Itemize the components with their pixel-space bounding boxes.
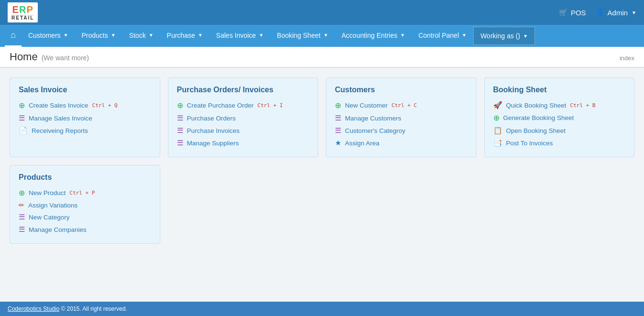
link-new-category[interactable]: ☰ New Category bbox=[19, 213, 151, 221]
admin-dropdown[interactable]: 👤 Admin ▼ bbox=[596, 8, 636, 17]
nav-purchase[interactable]: Purchase ▼ bbox=[160, 25, 210, 47]
logo[interactable]: ERP RETAIL bbox=[8, 2, 38, 22]
link-create-sales-invoice[interactable]: ⊕ Create Sales Invoice Ctrl + Q bbox=[19, 101, 151, 110]
plus-icon: ⊕ bbox=[177, 101, 183, 110]
cards-grid: Sales Invoice ⊕ Create Sales Invoice Ctr… bbox=[10, 77, 634, 244]
list-icon: ☰ bbox=[19, 213, 25, 221]
link-new-product[interactable]: ⊕ New Product Ctrl + P bbox=[19, 188, 151, 197]
plus-icon: ⊕ bbox=[335, 101, 341, 110]
list-icon: ☰ bbox=[335, 126, 341, 135]
pencil-icon: ✏ bbox=[19, 201, 24, 209]
chevron-down-icon: ▼ bbox=[149, 33, 154, 38]
link-manage-suppliers[interactable]: ☰ Manage Suppliers bbox=[177, 139, 310, 147]
breadcrumb: Home (We want more) index bbox=[0, 47, 644, 67]
chevron-down-icon: ▼ bbox=[259, 33, 264, 38]
main-content: Sales Invoice ⊕ Create Sales Invoice Ctr… bbox=[0, 68, 644, 253]
top-right-actions: 🛒 POS 👤 Admin ▼ bbox=[559, 8, 636, 17]
page-title: Home bbox=[10, 51, 38, 63]
home-icon: ⌂ bbox=[11, 30, 16, 40]
logo-erp: ERP bbox=[12, 4, 33, 15]
link-quick-booking-sheet[interactable]: 🚀 Quick Booking Sheet Ctrl + B bbox=[493, 101, 626, 109]
chevron-down-icon: ▼ bbox=[323, 33, 328, 38]
pos-button[interactable]: 🛒 POS bbox=[559, 8, 586, 17]
chevron-down-icon: ▼ bbox=[632, 10, 636, 15]
chevron-down-icon: ▼ bbox=[400, 33, 405, 38]
link-manage-companies[interactable]: ☰ Manage Companies bbox=[19, 225, 151, 234]
nav-sales-invoice[interactable]: Sales Invoice ▼ bbox=[210, 25, 270, 47]
card-booking-sheet: Booking Sheet 🚀 Quick Booking Sheet Ctrl… bbox=[484, 77, 635, 157]
link-purchase-orders[interactable]: ☰ Purchase Orders bbox=[177, 114, 310, 122]
link-create-purchase-order[interactable]: ⊕ Create Purchase Order Ctrl + I bbox=[177, 101, 310, 110]
link-customers-category[interactable]: ☰ Customer's Categroy bbox=[335, 126, 467, 135]
file-blue-icon: 📑 bbox=[493, 139, 502, 147]
rocket-icon: 🚀 bbox=[493, 101, 502, 109]
card-title-purchase-orders: Purchase Orders/ Invoices bbox=[177, 86, 310, 94]
chevron-down-icon: ▼ bbox=[111, 33, 116, 38]
link-assign-variations[interactable]: ✏ Assign Variations bbox=[19, 201, 151, 209]
nav-booking-sheet[interactable]: Booking Sheet ▼ bbox=[270, 25, 335, 47]
card-links-products: ⊕ New Product Ctrl + P ✏ Assign Variatio… bbox=[19, 188, 151, 234]
chevron-down-icon: ▼ bbox=[523, 33, 528, 39]
list-icon: ☰ bbox=[335, 114, 341, 122]
doc-icon: 📄 bbox=[19, 126, 28, 135]
list-icon: ☰ bbox=[177, 114, 183, 122]
card-sales-invoice: Sales Invoice ⊕ Create Sales Invoice Ctr… bbox=[10, 77, 160, 157]
nav-accounting-entries[interactable]: Accounting Entries ▼ bbox=[335, 25, 412, 47]
page-subtitle: (We want more) bbox=[42, 54, 89, 62]
index-link[interactable]: index bbox=[620, 54, 634, 62]
user-icon: 👤 bbox=[596, 8, 605, 17]
link-purchase-invoices[interactable]: ☰ Purchase Invoices bbox=[177, 126, 310, 135]
plus-icon: ⊕ bbox=[19, 101, 25, 110]
list-icon: ☰ bbox=[177, 126, 183, 135]
nav-stock[interactable]: Stock ▼ bbox=[122, 25, 160, 47]
nav-bar: ⌂ Customers ▼ Products ▼ Stock ▼ Purchas… bbox=[0, 25, 644, 47]
card-title-customers: Customers bbox=[335, 86, 467, 94]
card-links-purchase-orders: ⊕ Create Purchase Order Ctrl + I ☰ Purch… bbox=[177, 101, 310, 147]
link-assign-area[interactable]: ★ Assign Area bbox=[335, 139, 467, 147]
card-title-booking-sheet: Booking Sheet bbox=[493, 86, 626, 94]
top-bar: ERP RETAIL 🛒 POS 👤 Admin ▼ bbox=[0, 0, 644, 25]
link-generate-booking-sheet[interactable]: ⊕ Generate Booking Sheet bbox=[493, 113, 626, 122]
plus-icon: ⊕ bbox=[493, 113, 500, 122]
file-green-icon: 📋 bbox=[493, 126, 502, 135]
nav-customers[interactable]: Customers ▼ bbox=[22, 25, 75, 47]
list-icon: ☰ bbox=[19, 114, 25, 122]
link-post-to-invoices[interactable]: 📑 Post To Invoices bbox=[493, 139, 626, 147]
chevron-down-icon: ▼ bbox=[64, 33, 68, 38]
card-products: Products ⊕ New Product Ctrl + P ✏ Assign… bbox=[10, 165, 160, 244]
card-links-booking-sheet: 🚀 Quick Booking Sheet Ctrl + B ⊕ Generat… bbox=[493, 101, 626, 147]
chevron-down-icon: ▼ bbox=[462, 33, 466, 38]
card-links-customers: ⊕ New Customer Ctrl + C ☰ Manage Custome… bbox=[335, 101, 467, 147]
list-icon: ☰ bbox=[177, 139, 183, 147]
nav-home[interactable]: ⌂ bbox=[5, 25, 22, 47]
cart-icon: 🛒 bbox=[559, 8, 568, 17]
card-title-sales-invoice: Sales Invoice bbox=[19, 86, 151, 94]
plus-icon: ⊕ bbox=[19, 188, 25, 197]
card-customers: Customers ⊕ New Customer Ctrl + C ☰ Mana… bbox=[326, 77, 477, 157]
card-links-sales-invoice: ⊕ Create Sales Invoice Ctrl + Q ☰ Manage… bbox=[19, 101, 151, 135]
list-icon: ☰ bbox=[19, 225, 25, 234]
link-manage-sales-invoice[interactable]: ☰ Manage Sales Invoice bbox=[19, 114, 151, 122]
nav-products[interactable]: Products ▼ bbox=[75, 25, 122, 47]
link-new-customer[interactable]: ⊕ New Customer Ctrl + C bbox=[335, 101, 467, 110]
link-open-booking-sheet[interactable]: 📋 Open Booking Sheet bbox=[493, 126, 626, 135]
chevron-down-icon: ▼ bbox=[198, 33, 203, 38]
logo-retail: RETAIL bbox=[11, 15, 34, 21]
nav-working-as[interactable]: Working as () ▼ bbox=[473, 27, 535, 45]
star-icon: ★ bbox=[335, 139, 341, 147]
card-purchase-orders: Purchase Orders/ Invoices ⊕ Create Purch… bbox=[168, 77, 319, 157]
link-receiveing-reports[interactable]: 📄 Receiveing Reports bbox=[19, 126, 151, 135]
card-title-products: Products bbox=[19, 173, 151, 182]
link-manage-customers[interactable]: ☰ Manage Customers bbox=[335, 114, 467, 122]
nav-control-panel[interactable]: Control Panel ▼ bbox=[411, 25, 473, 47]
